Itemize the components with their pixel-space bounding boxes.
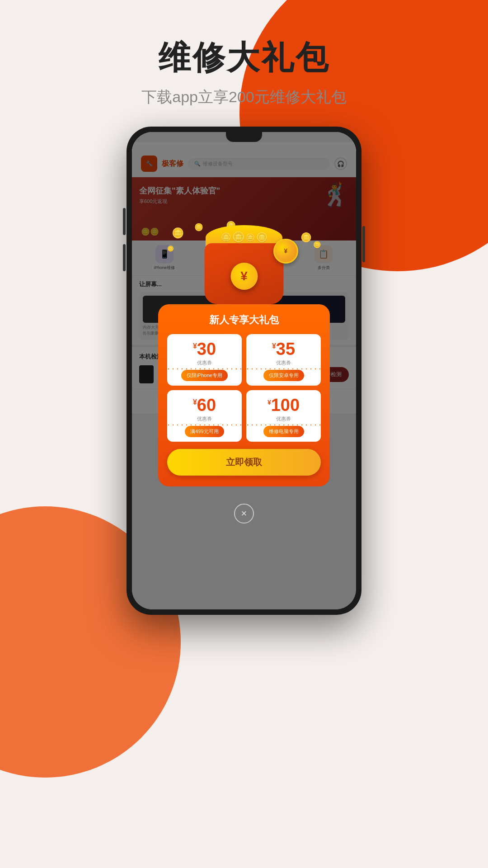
phone-notch bbox=[226, 132, 262, 142]
coupon-1-amount: ¥30 bbox=[193, 340, 216, 358]
coupon-2-type: 优惠券 bbox=[276, 359, 291, 366]
coupon-2-prefix: ¥ bbox=[272, 342, 276, 350]
coupons-grid: ¥30 优惠券 仅限iPhone专用 ¥35 优惠券 bbox=[167, 334, 321, 442]
close-icon: × bbox=[241, 508, 247, 519]
coupon-2-amount: ¥35 bbox=[272, 340, 295, 358]
coupon-4-amount: ¥100 bbox=[267, 396, 300, 414]
large-coin-decoration: ¥ bbox=[273, 239, 298, 264]
close-area: × bbox=[158, 495, 330, 524]
claim-button[interactable]: 立即领取 bbox=[167, 449, 321, 476]
gift-bag: 🪙 🪙 🪙 🪙 ¥ ¥ bbox=[201, 225, 287, 304]
phone-wrapper: 🔧 极客修 🔍 维修设备型号 🎧 全网征集"素人体验官" 享600元返现 🕺 bbox=[127, 127, 361, 615]
popup-container: 🪙 🪙 🪙 🪙 🪙 🪙 🪙 🪙 🪙 bbox=[158, 218, 330, 524]
yen-circle: ¥ bbox=[230, 263, 258, 290]
power-button bbox=[362, 226, 365, 262]
coin-6: 🪙 bbox=[167, 245, 174, 252]
volume-down-button bbox=[123, 244, 126, 271]
phone-frame: 🔧 极客修 🔍 维修设备型号 🎧 全网征集"素人体验官" 享600元返现 🕺 bbox=[127, 127, 361, 615]
coupon-3-tag: 满499元可用 bbox=[185, 426, 224, 437]
coupon-2-tag: 仅限安卓专用 bbox=[263, 370, 304, 381]
coupon-499[interactable]: ¥60 优惠券 满499元可用 bbox=[167, 390, 242, 442]
close-button[interactable]: × bbox=[234, 504, 254, 524]
coupon-4-tag: 维修电脑专用 bbox=[263, 426, 304, 437]
coupon-1-type: 优惠券 bbox=[197, 359, 212, 366]
coupon-computer[interactable]: ¥100 优惠券 维修电脑专用 bbox=[246, 390, 321, 442]
phone-screen: 🔧 极客修 🔍 维修设备型号 🎧 全网征集"素人体验官" 享600元返现 🕺 bbox=[132, 132, 356, 609]
coin-3: 🪙 bbox=[300, 232, 312, 243]
page-subtitle: 下载app立享200元维修大礼包 bbox=[0, 87, 488, 108]
coupon-4-prefix: ¥ bbox=[267, 399, 271, 406]
volume-up-button bbox=[123, 208, 126, 235]
coupon-iphone[interactable]: ¥30 优惠券 仅限iPhone专用 bbox=[167, 334, 242, 386]
coupon-1-prefix: ¥ bbox=[193, 342, 197, 350]
coupon-3-amount: ¥60 bbox=[193, 396, 216, 414]
coin-4: 🪙 bbox=[313, 241, 321, 248]
coupon-4-type: 优惠券 bbox=[276, 415, 291, 422]
coupon-3-type: 优惠券 bbox=[197, 415, 212, 422]
page-title: 维修大礼包 bbox=[0, 36, 488, 80]
popup-overlay: 🪙 🪙 🪙 🪙 🪙 🪙 🪙 🪙 🪙 bbox=[132, 132, 356, 609]
gift-bag-illustration: 🪙 🪙 🪙 🪙 🪙 🪙 🪙 🪙 🪙 bbox=[158, 218, 330, 304]
coupon-android[interactable]: ¥35 优惠券 仅限安卓专用 bbox=[246, 334, 321, 386]
coupon-3-prefix: ¥ bbox=[193, 398, 197, 406]
header-section: 维修大礼包 下载app立享200元维修大礼包 bbox=[0, 36, 488, 108]
coin-1: 🪙 bbox=[172, 227, 184, 239]
bag-body: ¥ bbox=[205, 243, 284, 304]
popup-card: 新人专享大礼包 ¥30 优惠券 仅限iPhone专用 bbox=[158, 304, 330, 486]
coupon-1-tag: 仅限iPhone专用 bbox=[181, 370, 227, 381]
popup-title: 新人专享大礼包 bbox=[167, 313, 321, 327]
